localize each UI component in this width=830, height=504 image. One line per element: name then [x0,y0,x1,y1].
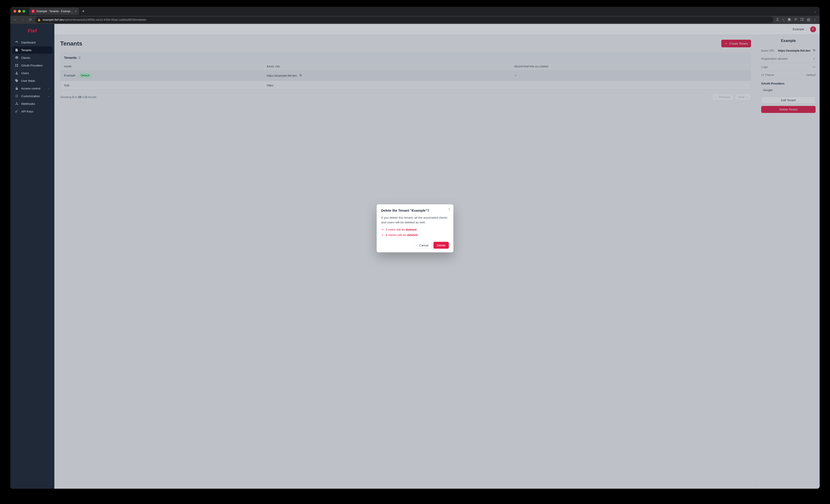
sidebar-item-user-fields[interactable]: User fields [12,77,53,84]
modal-list-item: 4 clients will be deleted. [386,233,449,237]
window-zoom-button[interactable] [23,10,25,12]
modal-body: If you delete this tenant, all the assoc… [381,215,449,237]
tenant-switcher-label: Example [793,28,804,31]
tenant-switcher[interactable]: Example ⌄ [793,28,807,31]
gauge-icon [15,41,19,44]
brand-logo: Fief [10,25,54,38]
webhook-icon [15,102,19,105]
back-button[interactable]: ← [12,18,18,22]
window-controls [13,10,25,12]
building-icon [15,48,19,52]
app-viewport: Fief Dashboard Tenants Clients OAuth Pro… [10,24,820,489]
sidebar-item-label: Webhooks [21,102,35,105]
key-icon [15,109,19,113]
reading-list-icon[interactable] [794,18,798,22]
cancel-button[interactable]: Cancel [416,242,432,249]
svg-point-14 [18,104,18,105]
svg-rect-12 [17,97,18,97]
sidebar-item-oauth-providers[interactable]: OAuth Providers [12,62,53,69]
sidebar-item-tenants[interactable]: Tenants [12,46,53,54]
profile-avatar[interactable] [806,18,810,22]
svg-point-9 [18,96,18,97]
svg-point-7 [15,95,16,96]
sidebar-item-label: OAuth Providers [21,64,43,67]
svg-rect-3 [17,64,18,65]
svg-rect-8 [17,95,18,95]
svg-point-13 [15,104,16,105]
browser-window: F Example · Tenants · Example · F × + ⌄ … [10,7,820,489]
modal-overlay[interactable] [54,35,820,489]
user-avatar[interactable]: F [810,26,816,32]
address-bar: ← → ⟳ 🔒 example.fief.dev/admin/tenants/b… [10,16,820,24]
modal-list-item: 3 users will be deleted. [386,227,449,232]
chevron-down-icon: ⌄ [805,28,807,31]
window-minimize-button[interactable] [18,10,21,12]
tab-bar: F Example · Tenants · Example · F × + ⌄ [10,7,820,16]
url-field[interactable]: 🔒 example.fief.dev/admin/tenants/b19f5f8… [35,17,773,23]
tabs-dropdown-button[interactable]: ⌄ [814,9,820,13]
sidebar-item-api-keys[interactable]: API Keys [12,108,53,115]
new-tab-button[interactable]: + [81,9,86,14]
sidebar-item-label: Customization [21,95,40,98]
sidebar-item-dashboard[interactable]: Dashboard [12,39,53,46]
sidebar: Fief Dashboard Tenants Clients OAuth Pro… [10,24,54,489]
sliders-icon [15,94,19,98]
browser-actions: ☆ ⋮ [776,18,818,22]
close-tab-button[interactable]: × [75,10,77,13]
modal-list: 3 users will be deleted. 4 clients will … [381,227,449,237]
tab-title: Example · Tenants · Example · F [36,10,73,13]
layers-icon [15,56,19,60]
sidebar-item-label: Clients [21,56,30,60]
sidebar-item-label: Dashboard [21,41,36,44]
grid-icon [15,64,19,67]
favicon-icon: F [32,10,35,13]
chevron-down-icon: ⌄ [48,87,50,90]
sidebar-item-label: User fields [21,79,35,82]
lock-icon [15,87,19,90]
lock-icon: 🔒 [37,18,41,22]
sidebar-item-label: Users [21,71,29,75]
svg-point-11 [15,97,16,97]
svg-rect-5 [17,66,18,67]
sidebar-item-label: API Keys [21,110,33,113]
svg-rect-2 [15,64,17,65]
sidebar-item-label: Access control [21,87,40,90]
svg-point-6 [16,72,17,73]
sidebar-item-clients[interactable]: Clients [12,54,53,61]
delete-modal: × Delete the Tenant "Example"? If you de… [377,204,453,253]
confirm-delete-button[interactable]: Delete [434,242,449,249]
sidebar-item-label: Tenants [21,48,32,52]
share-icon[interactable] [776,18,779,22]
modal-title: Delete the Tenant "Example"? [381,208,449,212]
modal-footer: Cancel Delete [381,242,449,249]
sidebar-item-users[interactable]: Users [12,69,53,77]
sidebar-item-webhooks[interactable]: Webhooks [12,100,53,107]
sidebar-item-customization[interactable]: Customization ⌄ [12,92,53,100]
svg-rect-4 [15,66,17,67]
chevron-down-icon: ⌄ [48,95,50,98]
extensions-icon[interactable] [788,18,791,22]
close-modal-button[interactable]: × [448,207,450,211]
url-text: example.fief.dev/admin/tenants/b19f5f8c-… [43,18,146,22]
forward-button[interactable]: → [20,18,25,22]
nav-list: Dashboard Tenants Clients OAuth Provider… [10,38,54,116]
svg-rect-0 [801,18,803,21]
panel-icon[interactable] [800,18,804,22]
topbar: Example ⌄ F [54,24,820,35]
svg-point-16 [15,111,17,112]
star-icon[interactable]: ☆ [782,18,785,22]
reload-button[interactable]: ⟳ [28,18,33,22]
browser-tab[interactable]: F Example · Tenants · Example · F × [29,8,79,15]
user-icon [15,71,19,75]
window-close-button[interactable] [13,10,16,12]
sidebar-item-access-control[interactable]: Access control ⌄ [12,85,53,92]
menu-icon[interactable]: ⋮ [813,18,817,22]
svg-point-15 [17,102,17,103]
tag-icon [15,79,19,82]
modal-body-text: If you delete this tenant, all the assoc… [381,215,449,225]
